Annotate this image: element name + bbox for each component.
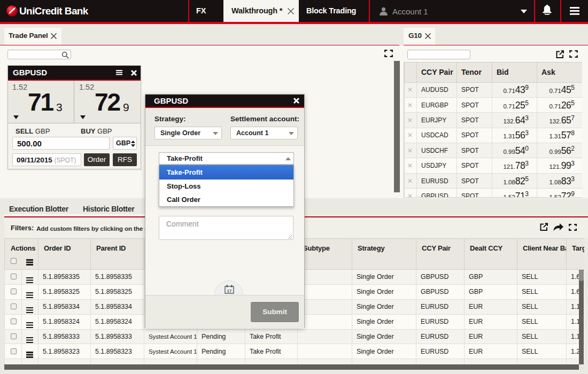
svg-text:17: 17	[227, 289, 232, 293]
